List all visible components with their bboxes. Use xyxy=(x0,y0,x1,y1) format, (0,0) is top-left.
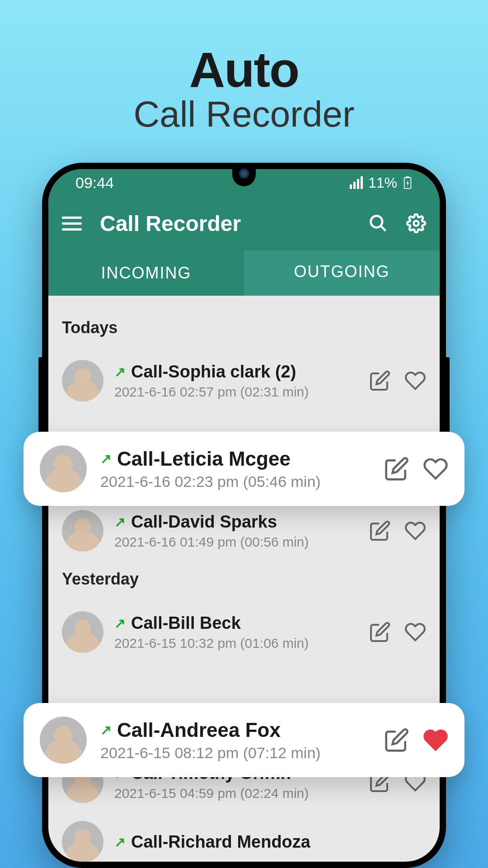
signal-icon xyxy=(350,176,363,189)
app-bar: Call Recorder xyxy=(48,196,440,250)
avatar xyxy=(62,360,103,401)
heart-filled-icon[interactable] xyxy=(423,727,448,753)
avatar xyxy=(40,445,87,492)
camera-notch xyxy=(232,163,256,186)
call-name: Call-Andreea Fox xyxy=(117,719,281,741)
edit-icon[interactable] xyxy=(384,727,409,753)
svg-line-3 xyxy=(381,226,386,231)
edit-icon[interactable] xyxy=(369,520,391,542)
heart-icon[interactable] xyxy=(404,370,426,392)
call-item[interactable]: ↗ Call-Sophia clark (2) 2021-6-16 02:57 … xyxy=(57,351,431,410)
call-item[interactable]: ↗ Call-David Sparks 2021-6-16 01:49 pm (… xyxy=(57,501,431,561)
call-name: Call-Sophia clark (2) xyxy=(131,362,296,382)
outgoing-arrow-icon: ↗ xyxy=(114,514,126,530)
svg-rect-1 xyxy=(406,176,409,178)
call-name: Call-Bill Beck xyxy=(131,613,241,633)
svg-point-4 xyxy=(414,221,419,226)
gear-icon[interactable] xyxy=(406,213,426,233)
tab-incoming[interactable]: INCOMING xyxy=(48,250,244,296)
call-time: 2021-6-16 01:49 pm (00:56 min) xyxy=(114,534,358,550)
section-today: Todays xyxy=(57,309,431,351)
status-time: 09:44 xyxy=(75,174,114,192)
promo-subtitle: Call Recorder xyxy=(0,94,488,135)
call-name: Call-Leticia Mcgee xyxy=(117,448,291,470)
menu-icon[interactable] xyxy=(62,217,82,231)
avatar xyxy=(62,510,103,552)
promo-header: Auto Call Recorder xyxy=(0,0,488,135)
call-name: Call-Richard Mendoza xyxy=(131,832,310,852)
call-item[interactable]: ↗ Call-Richard Mendoza xyxy=(57,812,431,862)
outgoing-arrow-icon: ↗ xyxy=(100,451,112,467)
avatar xyxy=(40,717,87,764)
highlighted-call-item[interactable]: ↗ Call-Andreea Fox 2021-6-15 08:12 pm (0… xyxy=(23,703,465,777)
promo-title: Auto xyxy=(0,41,488,98)
section-yesterday: Yesterday xyxy=(57,561,431,602)
outgoing-arrow-icon: ↗ xyxy=(100,722,112,738)
call-time: 2021-6-16 02:23 pm (05:46 min) xyxy=(100,473,371,491)
call-item[interactable]: ↗ Call-Bill Beck 2021-6-15 10:32 pm (01:… xyxy=(57,602,431,662)
tab-outgoing[interactable]: OUTGOING xyxy=(244,250,440,296)
edit-icon[interactable] xyxy=(384,456,409,481)
status-indicators: 11% xyxy=(350,175,413,191)
outgoing-arrow-icon: ↗ xyxy=(114,834,126,850)
outgoing-arrow-icon: ↗ xyxy=(114,364,126,380)
call-time: 2021-6-15 10:32 pm (01:06 min) xyxy=(114,636,358,651)
call-time: 2021-6-15 08:12 pm (07:12 min) xyxy=(100,744,371,762)
edit-icon[interactable] xyxy=(369,621,391,643)
outgoing-arrow-icon: ↗ xyxy=(114,615,126,631)
highlighted-call-item[interactable]: ↗ Call-Leticia Mcgee 2021-6-16 02:23 pm … xyxy=(23,432,465,506)
battery-percent: 11% xyxy=(368,175,397,191)
call-name: Call-David Sparks xyxy=(131,512,277,532)
call-time: 2021-6-15 04:59 pm (02:24 min) xyxy=(114,786,358,801)
battery-charging-icon xyxy=(403,176,413,189)
svg-point-2 xyxy=(371,216,383,228)
search-icon[interactable] xyxy=(368,213,388,233)
edit-icon[interactable] xyxy=(369,370,391,392)
avatar xyxy=(62,611,103,653)
heart-icon[interactable] xyxy=(423,456,448,481)
app-title: Call Recorder xyxy=(100,211,350,236)
heart-icon[interactable] xyxy=(404,520,426,542)
heart-icon[interactable] xyxy=(404,621,426,643)
avatar xyxy=(62,821,103,862)
call-time: 2021-6-16 02:57 pm (02:31 min) xyxy=(114,384,358,400)
tabs: INCOMING OUTGOING xyxy=(48,250,440,296)
